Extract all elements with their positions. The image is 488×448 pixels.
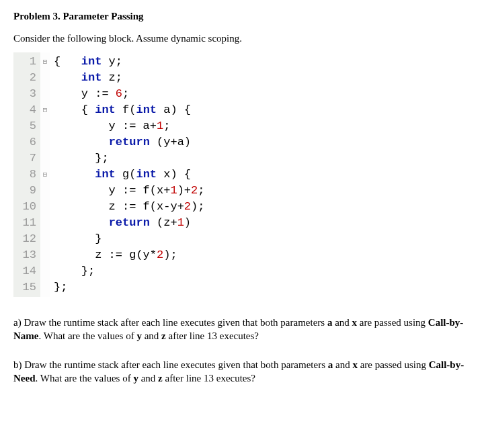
question-b-text: . What are the values of xyxy=(36,373,134,384)
fold-marker xyxy=(42,231,48,247)
line-number: 13 xyxy=(19,247,36,263)
code-line: int g(int x) { xyxy=(54,167,204,183)
problem-intro: Consider the following block. Assume dyn… xyxy=(13,33,475,44)
var-z: z xyxy=(158,373,163,384)
question-a-text: a) Draw the runtime stack after each lin… xyxy=(13,317,327,328)
question-b-text: are passed using xyxy=(358,359,429,370)
question-a-text: after line 13 executes? xyxy=(166,330,259,341)
fold-marker xyxy=(42,183,48,199)
question-a-text: . What are the values of xyxy=(39,330,137,341)
code-line: return (z+1) xyxy=(54,215,204,231)
code-line: { int f(int a) { xyxy=(54,102,204,118)
question-b-text: after line 13 executes? xyxy=(163,373,255,384)
code-line: z := g(y*2); xyxy=(54,247,204,263)
question-a: a) Draw the runtime stack after each lin… xyxy=(13,316,475,343)
fold-marker xyxy=(42,86,48,102)
fold-marker xyxy=(42,215,48,231)
code-line: return (y+a) xyxy=(54,134,204,150)
fold-marker xyxy=(42,199,48,215)
fold-marker xyxy=(42,279,48,296)
question-b: b) Draw the runtime stack after each lin… xyxy=(13,358,475,386)
line-number: 11 xyxy=(19,215,36,231)
question-b-text: and xyxy=(138,373,158,384)
fold-marker xyxy=(42,134,48,150)
line-number: 14 xyxy=(19,263,36,279)
code-line: { int y; xyxy=(54,54,204,70)
question-b-text: and xyxy=(333,359,352,370)
fold-marker[interactable]: ⊟ xyxy=(42,102,48,118)
problem-title: Problem 3. Parameter Passing xyxy=(13,11,475,22)
code-line: y := 6; xyxy=(54,86,204,102)
question-a-text: and xyxy=(332,317,352,328)
code-block: 123456789101112131415 ⊟⊟⊟ { int y; int z… xyxy=(13,52,475,297)
code-line: }; xyxy=(54,279,204,296)
fold-marker xyxy=(42,150,48,167)
line-number: 4 xyxy=(19,102,36,118)
line-number: 1 xyxy=(19,54,36,70)
param-x: x xyxy=(352,359,358,370)
code-line: }; xyxy=(54,263,204,279)
code-fold-column: ⊟⊟⊟ xyxy=(40,52,50,297)
line-number: 10 xyxy=(19,199,36,215)
line-number: 7 xyxy=(19,150,36,167)
var-y: y xyxy=(136,330,142,341)
fold-marker[interactable]: ⊟ xyxy=(42,54,48,70)
line-number: 3 xyxy=(19,86,36,102)
code-line: y := f(x+1)+2; xyxy=(54,183,204,199)
fold-marker xyxy=(42,118,48,134)
param-x: x xyxy=(352,317,358,328)
fold-marker[interactable]: ⊟ xyxy=(42,167,48,183)
fold-marker xyxy=(42,247,48,263)
code-line: }; xyxy=(54,150,204,167)
code-gutter: 123456789101112131415 xyxy=(13,52,40,297)
line-number: 2 xyxy=(19,70,36,86)
var-z: z xyxy=(161,330,166,341)
question-b-text: b) Draw the runtime stack after each lin… xyxy=(13,359,328,370)
var-y: y xyxy=(133,373,138,384)
code-content: { int y; int z; y := 6; { int f(int a) {… xyxy=(50,52,204,297)
fold-marker xyxy=(42,70,48,86)
line-number: 9 xyxy=(19,183,36,199)
fold-marker xyxy=(42,263,48,279)
code-line: y := a+1; xyxy=(54,118,204,134)
line-number: 6 xyxy=(19,134,36,150)
code-line: } xyxy=(54,231,204,247)
line-number: 8 xyxy=(19,167,36,183)
line-number: 15 xyxy=(19,279,36,296)
line-number: 12 xyxy=(19,231,36,247)
code-line: int z; xyxy=(54,70,204,86)
question-a-text: are passed using xyxy=(357,317,428,328)
question-a-text: and xyxy=(142,330,161,341)
line-number: 5 xyxy=(19,118,36,134)
code-line: z := f(x-y+2); xyxy=(54,199,204,215)
